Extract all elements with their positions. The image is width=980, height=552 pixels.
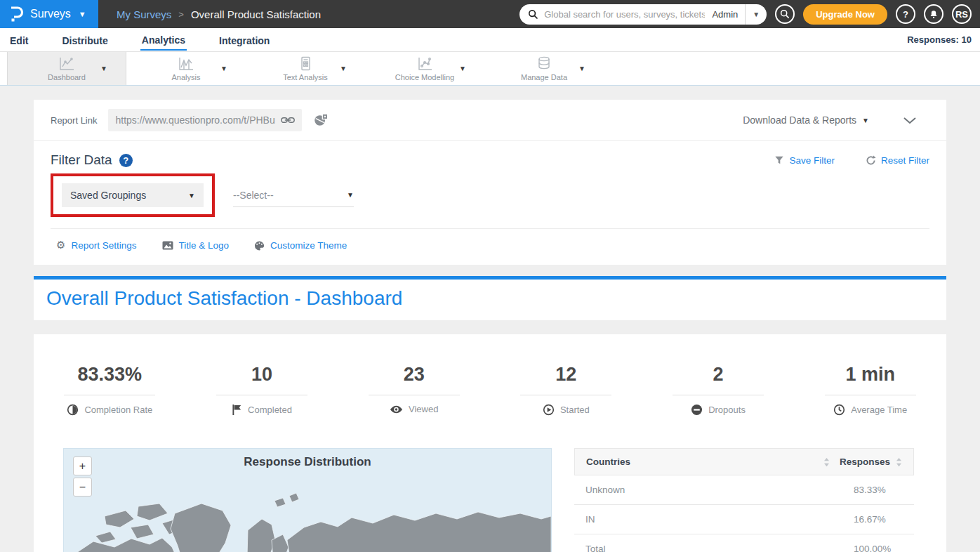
sort-icon[interactable] [823,457,830,467]
caret-down-icon[interactable]: ▼ [578,65,585,72]
countries-table-header: Countries Responses [574,448,914,475]
cell-responses: 100.00% [854,544,903,552]
top-bar: Surveys ▼ My Surveys > Overall Product S… [0,0,980,28]
saved-groupings-dropdown[interactable]: Saved Groupings ▼ [62,183,204,207]
translate-icon[interactable] [313,112,329,128]
dashboard-chart-icon [58,56,76,72]
reset-filter-button[interactable]: Reset Filter [866,155,929,166]
download-data-reports-dropdown[interactable]: Download Data & Reports ▼ [743,114,869,126]
text-analysis-icon [296,56,314,72]
link-icon[interactable] [281,115,295,125]
table-row: IN 16.67% [574,505,914,534]
divider [520,395,611,395]
app-menu-label: Surveys [30,8,71,20]
refresh-icon [866,155,876,166]
grouping-value-placeholder: --Select-- [233,190,347,201]
breadcrumb-current: Overall Product Satisfaction [191,8,321,20]
stat-value: 10 [186,364,338,386]
caret-down-icon[interactable]: ▼ [220,65,227,72]
cell-country: IN [585,514,854,525]
toolbar-item-dashboard[interactable]: Dashboard ▼ [7,52,126,85]
report-link-url: https://www.questionpro.com/t/PHBu [115,114,281,126]
column-header-countries[interactable]: Countries [586,456,823,467]
sort-icon[interactable] [896,457,902,467]
annotation-highlight: Saved Groupings ▼ [51,173,215,217]
column-header-responses[interactable]: Responses [840,456,890,467]
stat-label: Average Time [851,405,907,415]
response-distribution-map: Response Distribution + − [63,448,552,552]
report-link-input[interactable]: https://www.questionpro.com/t/PHBu [108,109,302,131]
page-title: Overall Product Satisfaction - Dashboard [46,287,934,310]
toolbar-item-label: Analysis [172,73,201,81]
gear-icon: ⚙ [56,240,65,251]
user-avatar[interactable]: RS [952,4,972,24]
stat-value: 23 [338,364,490,386]
divider [64,395,155,395]
question-mark-icon: ? [903,9,908,20]
nav-tab-distribute[interactable]: Distribute [60,30,109,50]
save-filter-label: Save Filter [789,155,835,166]
nav-tab-integration[interactable]: Integration [218,30,271,50]
stat-label: Viewed [409,404,438,414]
global-search-input[interactable] [544,9,705,20]
questionpro-logo-icon [8,6,24,22]
contrast-icon [67,404,79,416]
report-settings-button[interactable]: ⚙ Report Settings [56,240,137,251]
save-filter-button[interactable]: Save Filter [774,155,835,166]
toolbar-item-analysis[interactable]: Analysis ▼ [126,52,246,85]
choice-modelling-icon [416,56,434,72]
divider [216,395,307,395]
nav-tab-analytics[interactable]: Analytics [140,29,187,51]
stat-average-time: 1 min Average Time [794,364,946,416]
caret-down-icon[interactable]: ▼ [340,65,347,72]
world-map-canvas[interactable] [64,473,551,552]
saved-groupings-label: Saved Groupings [70,190,188,201]
filter-help-icon[interactable]: ? [119,154,133,167]
nav-tab-edit[interactable]: Edit [8,30,29,50]
stat-value: 2 [642,364,795,386]
title-logo-button[interactable]: Title & Logo [162,240,230,251]
stat-value: 83.33% [34,364,186,386]
caret-down-icon: ▼ [188,192,195,199]
caret-down-icon[interactable]: ▼ [100,65,107,72]
search-scope-caret-icon[interactable]: ▼ [746,11,767,18]
toolbar-item-label: Choice Modelling [395,73,454,81]
toolbar-item-choice-modelling[interactable]: Choice Modelling ▼ [365,52,484,85]
stat-completed: 10 Completed [186,364,338,416]
report-settings-label: Report Settings [71,240,136,251]
image-icon [162,241,173,250]
upgrade-now-button[interactable]: Upgrade Now [803,4,887,25]
countries-table: Countries Responses Unknown 83.33% IN 16… [574,448,914,552]
toolbar-item-text-analysis[interactable]: Text Analysis ▼ [246,52,365,85]
cell-country: Unknown [585,485,854,495]
search-button[interactable] [775,4,795,24]
divider [673,395,764,395]
eye-icon [390,405,403,414]
grouping-value-dropdown[interactable]: --Select-- ▼ [233,183,354,207]
caret-down-icon[interactable]: ▼ [459,65,466,72]
stat-label: Started [560,405,590,415]
search-icon [780,9,790,19]
customize-theme-button[interactable]: Customize Theme [254,240,347,251]
toolbar-item-manage-data[interactable]: Manage Data ▼ [484,52,604,85]
search-scope-selector[interactable]: Admin [705,4,746,25]
stat-label: Dropouts [708,405,746,415]
app-menu[interactable]: Surveys ▼ [0,0,98,28]
cell-country: Total [585,544,854,552]
stat-started: 12 Started [490,364,642,416]
dashboard-stats-card: 83.33% Completion Rate 10 Completed 23 V… [34,334,946,552]
collapse-panel-chevron-icon[interactable] [903,117,917,124]
notifications-button[interactable] [924,4,943,24]
stat-value: 1 min [794,364,946,386]
table-row: Unknown 83.33% [574,475,914,505]
customize-theme-label: Customize Theme [270,240,347,251]
toolbar-item-label: Manage Data [521,73,567,81]
report-link-label: Report Link [51,115,97,126]
report-filter-card: Report Link https://www.questionpro.com/… [34,100,946,265]
stat-label: Completed [248,405,292,415]
help-button[interactable]: ? [896,4,915,24]
stat-viewed: 23 Viewed [338,364,490,416]
play-circle-icon [543,404,555,416]
breadcrumb-parent[interactable]: My Surveys [117,8,171,20]
responses-count: Responses: 10 [907,34,972,45]
